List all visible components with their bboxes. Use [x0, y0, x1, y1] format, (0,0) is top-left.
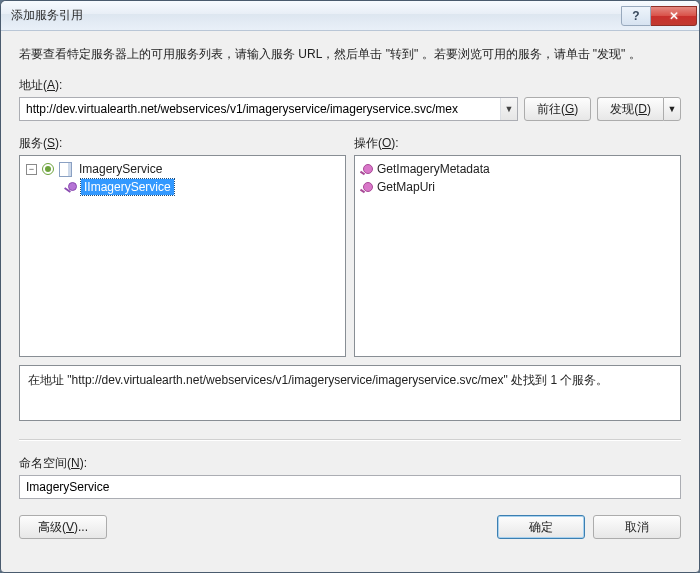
cancel-button[interactable]: 取消 — [593, 515, 681, 539]
operations-label: 操作(O): — [354, 135, 681, 152]
advanced-button[interactable]: 高级(V)... — [19, 515, 107, 539]
list-item[interactable]: GetImageryMetadata — [357, 160, 678, 178]
contract-icon — [62, 179, 78, 195]
address-label: 地址(A): — [19, 77, 681, 94]
namespace-label: 命名空间(N): — [19, 455, 681, 472]
services-tree[interactable]: − ImageryService IImageryService — [19, 155, 346, 357]
tree-collapse-icon[interactable]: − — [26, 164, 37, 175]
status-text: 在地址 "http://dev.virtualearth.net/webserv… — [19, 365, 681, 421]
footer-row: 高级(V)... 确定 取消 — [19, 515, 681, 539]
discover-split-button: 发现(D) ▼ — [597, 97, 681, 121]
go-button[interactable]: 前往(G) — [524, 97, 591, 121]
address-combobox[interactable]: ▼ — [19, 97, 518, 121]
window-title: 添加服务引用 — [11, 7, 621, 24]
namespace-input[interactable] — [19, 475, 681, 499]
divider — [19, 439, 681, 441]
services-label: 服务(S): — [19, 135, 346, 152]
operation-icon — [363, 164, 373, 174]
service-contract-label: IImageryService — [81, 179, 174, 195]
operations-list[interactable]: GetImageryMetadata GetMapUri — [354, 155, 681, 357]
operation-icon — [363, 182, 373, 192]
tree-contract-row[interactable]: IImageryService — [22, 178, 343, 196]
address-input[interactable] — [20, 98, 500, 120]
tree-root-row[interactable]: − ImageryService — [22, 160, 343, 178]
operation-label: GetMapUri — [377, 180, 435, 194]
dialog-content: 若要查看特定服务器上的可用服务列表，请输入服务 URL，然后单击 "转到" 。若… — [1, 31, 699, 572]
service-root-label: ImageryService — [76, 161, 165, 177]
operation-label: GetImageryMetadata — [377, 162, 490, 176]
instruction-text: 若要查看特定服务器上的可用服务列表，请输入服务 URL，然后单击 "转到" 。若… — [19, 45, 681, 63]
services-panel: 服务(S): − ImageryService IImageryService — [19, 135, 346, 357]
help-button[interactable]: ? — [621, 6, 651, 26]
dialog-window: 添加服务引用 ? ✕ 若要查看特定服务器上的可用服务列表，请输入服务 URL，然… — [0, 0, 700, 573]
panels-row: 服务(S): − ImageryService IImageryService — [19, 135, 681, 357]
address-row: ▼ 前往(G) 发现(D) ▼ — [19, 97, 681, 121]
address-dropdown-arrow[interactable]: ▼ — [500, 98, 517, 120]
close-button[interactable]: ✕ — [651, 6, 697, 26]
list-item[interactable]: GetMapUri — [357, 178, 678, 196]
service-selected-icon — [42, 163, 54, 175]
titlebar-buttons: ? ✕ — [621, 6, 697, 26]
titlebar: 添加服务引用 ? ✕ — [1, 1, 699, 31]
service-doc-icon — [57, 161, 73, 177]
discover-dropdown-arrow[interactable]: ▼ — [663, 97, 681, 121]
discover-button[interactable]: 发现(D) — [597, 97, 663, 121]
operations-panel: 操作(O): GetImageryMetadata GetMapUri — [354, 135, 681, 357]
ok-button[interactable]: 确定 — [497, 515, 585, 539]
